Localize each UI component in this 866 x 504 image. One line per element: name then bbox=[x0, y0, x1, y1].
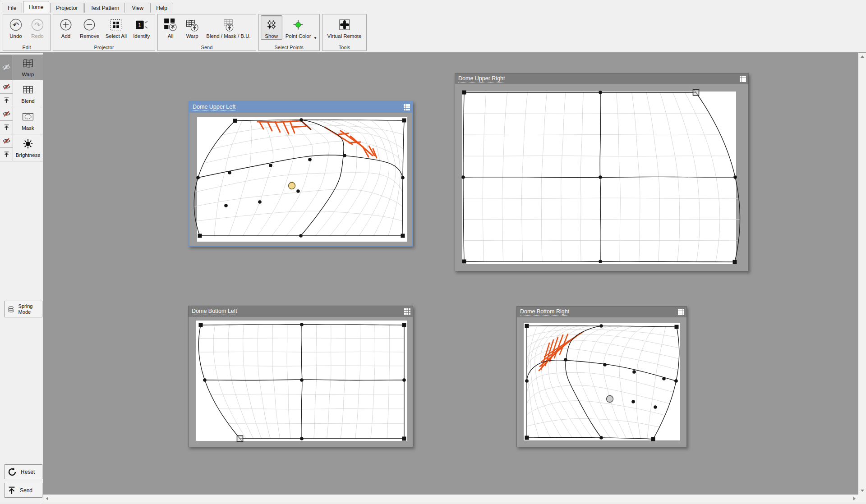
control-point[interactable] bbox=[632, 370, 636, 374]
point-color-button[interactable]: Point Color bbox=[282, 15, 314, 40]
send-blend-mask-bu-button[interactable]: Blend / Mask / B.U. bbox=[203, 15, 253, 40]
control-point[interactable] bbox=[599, 91, 602, 94]
spring-mode-button[interactable]: Spring Mode bbox=[5, 301, 42, 317]
control-point[interactable] bbox=[401, 176, 405, 179]
corner-control-point[interactable] bbox=[233, 119, 237, 123]
control-point[interactable] bbox=[631, 400, 635, 403]
control-point[interactable] bbox=[269, 164, 272, 167]
control-point[interactable] bbox=[258, 200, 262, 204]
control-point[interactable] bbox=[308, 158, 312, 161]
mesh-area[interactable] bbox=[462, 92, 736, 264]
control-point[interactable] bbox=[203, 378, 207, 382]
control-point[interactable] bbox=[599, 436, 603, 440]
show-points-button[interactable]: Show bbox=[261, 15, 282, 40]
projector-window-dome-upper-left[interactable]: Dome Upper Left bbox=[189, 101, 413, 247]
corner-control-point[interactable] bbox=[525, 324, 529, 328]
control-point[interactable] bbox=[343, 154, 346, 157]
undo-button[interactable]: ↶ Undo bbox=[5, 15, 27, 40]
point-color-dropdown-arrow[interactable]: ▾ bbox=[314, 35, 317, 40]
vertical-scrollbar[interactable] bbox=[858, 53, 866, 495]
corner-control-point[interactable] bbox=[198, 234, 202, 238]
add-projector-button[interactable]: Add bbox=[55, 15, 77, 40]
corner-control-point[interactable] bbox=[402, 437, 406, 441]
control-point[interactable] bbox=[461, 175, 465, 179]
sidebar-tool-brightness[interactable]: Brightness bbox=[0, 134, 43, 161]
scroll-right-arrow[interactable] bbox=[853, 497, 856, 500]
mask-visibility-toggle[interactable] bbox=[0, 107, 13, 120]
control-point[interactable] bbox=[196, 176, 200, 179]
corner-control-point[interactable] bbox=[462, 260, 466, 264]
window-grid-icon[interactable] bbox=[678, 309, 684, 315]
send-warp-button[interactable]: Warp bbox=[181, 15, 203, 40]
mesh-area[interactable] bbox=[197, 117, 407, 242]
window-titlebar[interactable]: Dome Bottom Left bbox=[189, 306, 413, 317]
control-point[interactable] bbox=[300, 378, 304, 382]
mesh-area[interactable] bbox=[196, 321, 407, 441]
control-point[interactable] bbox=[733, 175, 737, 179]
horizontal-scrollbar[interactable] bbox=[43, 495, 858, 502]
brightness-visibility-toggle[interactable] bbox=[0, 134, 13, 147]
control-point[interactable] bbox=[599, 260, 602, 263]
window-grid-icon[interactable] bbox=[740, 76, 746, 82]
highlighted-control-point[interactable] bbox=[607, 396, 613, 403]
control-point[interactable] bbox=[299, 118, 303, 122]
warp-visibility-toggle[interactable] bbox=[0, 55, 13, 80]
tab-file[interactable]: File bbox=[2, 3, 22, 13]
scroll-left-arrow[interactable] bbox=[46, 497, 48, 500]
sidebar-tool-mask[interactable]: Mask bbox=[0, 107, 43, 134]
corner-control-point[interactable] bbox=[675, 325, 679, 329]
control-point[interactable] bbox=[674, 379, 678, 383]
projector-window-dome-bottom-left[interactable]: Dome Bottom Left bbox=[188, 306, 413, 447]
corner-control-point[interactable] bbox=[733, 260, 737, 264]
sidebar-tool-warp[interactable]: Warp bbox=[0, 55, 43, 80]
select-all-button[interactable]: Select All bbox=[102, 15, 130, 40]
control-point[interactable] bbox=[599, 324, 603, 328]
corner-control-point[interactable] bbox=[402, 323, 406, 327]
control-point[interactable] bbox=[662, 377, 666, 380]
reset-button[interactable]: Reset bbox=[5, 464, 42, 479]
corner-control-point[interactable] bbox=[462, 91, 466, 95]
corner-control-point[interactable] bbox=[199, 323, 203, 327]
control-point[interactable] bbox=[224, 204, 228, 207]
scroll-down-arrow[interactable] bbox=[861, 490, 864, 492]
corner-control-point[interactable] bbox=[402, 119, 406, 123]
projector-window-dome-bottom-right[interactable]: Dome Bottom Right bbox=[516, 306, 687, 447]
control-point[interactable] bbox=[525, 379, 529, 383]
control-point[interactable] bbox=[564, 358, 567, 362]
tab-home[interactable]: Home bbox=[23, 1, 49, 13]
selected-control-point[interactable] bbox=[289, 183, 295, 189]
tab-test-pattern[interactable]: Test Pattern bbox=[84, 3, 125, 13]
blend-send-button[interactable] bbox=[0, 93, 13, 107]
identify-button[interactable]: 1 Identify bbox=[130, 15, 153, 40]
mask-send-button[interactable] bbox=[0, 120, 13, 134]
control-point[interactable] bbox=[228, 171, 231, 174]
tab-projector[interactable]: Projector bbox=[50, 3, 83, 13]
send-button[interactable]: Send bbox=[5, 483, 42, 498]
remove-projector-button[interactable]: Remove bbox=[77, 15, 102, 40]
blend-visibility-toggle[interactable] bbox=[0, 80, 13, 93]
corner-control-point[interactable] bbox=[651, 437, 655, 441]
redo-button[interactable]: ↷ Redo bbox=[27, 15, 48, 40]
window-grid-icon[interactable] bbox=[404, 104, 410, 110]
control-point[interactable] bbox=[603, 363, 607, 367]
tab-help[interactable]: Help bbox=[150, 3, 173, 13]
window-titlebar[interactable]: Dome Upper Right bbox=[455, 73, 748, 84]
tab-view[interactable]: View bbox=[126, 3, 149, 13]
sidebar-tool-blend[interactable]: Blend bbox=[0, 80, 43, 107]
scroll-up-arrow[interactable] bbox=[861, 55, 864, 58]
corner-control-point[interactable] bbox=[401, 234, 405, 238]
window-titlebar[interactable]: Dome Bottom Right bbox=[517, 307, 686, 317]
control-point[interactable] bbox=[299, 234, 303, 238]
control-point[interactable] bbox=[300, 437, 304, 440]
control-point[interactable] bbox=[300, 323, 304, 326]
control-point[interactable] bbox=[599, 175, 602, 179]
window-grid-icon[interactable] bbox=[404, 308, 410, 315]
brightness-send-button[interactable] bbox=[0, 147, 13, 161]
corner-control-point[interactable] bbox=[525, 436, 529, 440]
control-point[interactable] bbox=[296, 189, 300, 193]
send-all-button[interactable]: All bbox=[160, 15, 181, 40]
workspace-canvas[interactable]: Dome Upper LeftDome Upper RightDome Bott… bbox=[43, 53, 858, 495]
window-titlebar[interactable]: Dome Upper Left bbox=[189, 102, 412, 113]
virtual-remote-button[interactable]: Virtual Remote bbox=[324, 15, 365, 40]
control-point[interactable] bbox=[402, 378, 406, 382]
